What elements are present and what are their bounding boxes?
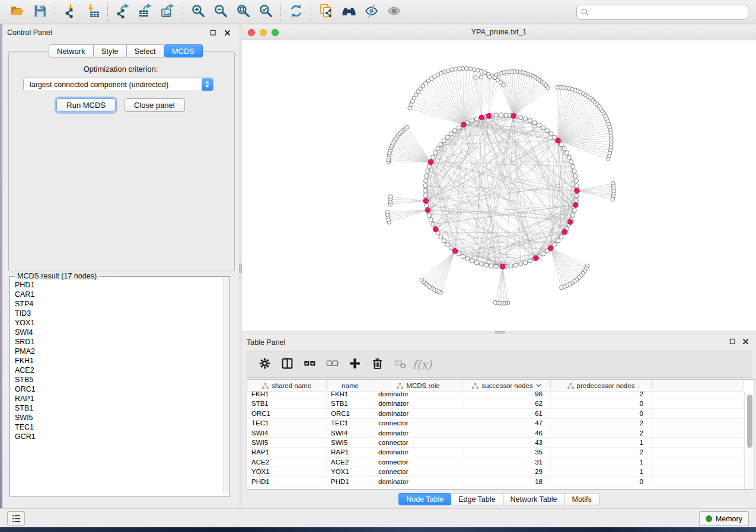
- table-cell[interactable]: STB1: [327, 399, 374, 409]
- window-minimize-icon[interactable]: [260, 29, 267, 36]
- table-cell[interactable]: SWI4: [247, 428, 327, 438]
- tab-node-table[interactable]: Node Table: [398, 493, 451, 505]
- show-all-button[interactable]: [382, 2, 405, 22]
- tab-motifs[interactable]: Motifs: [564, 493, 599, 505]
- window-close-icon[interactable]: [248, 29, 255, 36]
- table-cell[interactable]: 1: [551, 438, 652, 447]
- mcds-result-item[interactable]: RAP1: [15, 394, 222, 403]
- close-panel-icon[interactable]: [223, 28, 232, 37]
- zoom-fit-button[interactable]: [232, 2, 254, 22]
- zoom-in-button[interactable]: [187, 2, 209, 22]
- table-cell[interactable]: PHD1: [247, 477, 327, 486]
- tab-select[interactable]: Select: [127, 44, 164, 57]
- deselect-all-button[interactable]: [322, 354, 342, 375]
- mcds-result-item[interactable]: STB1: [15, 403, 222, 413]
- table-settings-button[interactable]: [254, 354, 275, 375]
- table-cell[interactable]: dominator: [374, 409, 463, 418]
- table-cell[interactable]: RAP1: [247, 448, 327, 457]
- export-network-button[interactable]: [111, 2, 134, 22]
- table-cell[interactable]: 2: [551, 389, 652, 399]
- table-cell[interactable]: 0: [551, 477, 652, 486]
- table-cell[interactable]: 0: [551, 409, 652, 418]
- table-cell[interactable]: dominator: [374, 448, 463, 457]
- mcds-result-item[interactable]: PMA2: [15, 347, 222, 356]
- mcds-result-item[interactable]: TID3: [15, 309, 222, 318]
- search-objects-button[interactable]: [337, 2, 360, 22]
- table-cell[interactable]: 31: [463, 457, 551, 467]
- table-cell[interactable]: PHD1: [327, 477, 374, 486]
- share-document-button[interactable]: [315, 2, 337, 22]
- table-cell[interactable]: 1: [551, 457, 652, 467]
- table-cell[interactable]: 1: [551, 467, 652, 477]
- zoom-out-button[interactable]: [209, 2, 232, 22]
- zoom-selected-button[interactable]: [254, 2, 277, 22]
- mcds-result-item[interactable]: STB5: [15, 375, 222, 384]
- table-cell[interactable]: 2: [551, 448, 652, 457]
- search-input[interactable]: [592, 7, 744, 18]
- import-network-button[interactable]: [59, 2, 81, 22]
- table-cell[interactable]: SWI5: [247, 438, 327, 447]
- table-cell[interactable]: dominator: [374, 477, 463, 486]
- tab-network-table[interactable]: Network Table: [503, 493, 565, 505]
- table-cell[interactable]: connector: [374, 438, 463, 447]
- table-cell[interactable]: 29: [463, 467, 551, 477]
- optimization-criterion-dropdown[interactable]: largest connected component (undirected): [23, 78, 214, 91]
- table-cell[interactable]: YOX1: [327, 467, 374, 477]
- table-cell[interactable]: TEC1: [327, 419, 374, 428]
- table-cell[interactable]: ACE2: [247, 457, 327, 467]
- mcds-result-item[interactable]: STP4: [15, 299, 222, 309]
- table-cell[interactable]: dominator: [374, 399, 463, 409]
- table-cell[interactable]: ORC1: [247, 409, 327, 418]
- network-canvas[interactable]: [242, 40, 756, 331]
- delete-column-button[interactable]: [367, 354, 387, 375]
- mcds-result-item[interactable]: SWI4: [15, 328, 222, 337]
- table-cell[interactable]: FKH1: [247, 389, 327, 399]
- table-cell[interactable]: YOX1: [247, 467, 327, 477]
- table-cell[interactable]: 61: [463, 409, 551, 418]
- mcds-result-item[interactable]: TEC1: [15, 422, 222, 432]
- mcds-list-scrollbar[interactable]: [223, 277, 229, 493]
- table-cell[interactable]: dominator: [374, 389, 463, 399]
- mcds-result-item[interactable]: FKH1: [15, 356, 222, 366]
- table-cell[interactable]: TEC1: [247, 419, 327, 428]
- mcds-result-item[interactable]: ORC1: [15, 384, 222, 394]
- mcds-result-item[interactable]: CAR1: [15, 290, 222, 299]
- table-cell[interactable]: 46: [463, 428, 551, 438]
- table-cell[interactable]: 0: [551, 399, 652, 409]
- close-panel-button[interactable]: Close panel: [124, 98, 185, 112]
- table-cell[interactable]: FKH1: [327, 389, 374, 399]
- table-cell[interactable]: SWI4: [327, 428, 374, 438]
- table-cell[interactable]: connector: [374, 419, 463, 428]
- table-cell[interactable]: 96: [463, 389, 551, 399]
- mcds-result-item[interactable]: PHD1: [15, 280, 222, 290]
- import-table-button[interactable]: [81, 2, 104, 22]
- mcds-result-item[interactable]: YOX1: [15, 318, 222, 328]
- tab-style[interactable]: Style: [94, 44, 127, 57]
- mcds-result-item[interactable]: SWI5: [15, 413, 222, 422]
- save-session-button[interactable]: [28, 2, 51, 22]
- table-cell[interactable]: dominator: [374, 428, 463, 438]
- open-file-button[interactable]: [6, 2, 28, 22]
- mcds-result-item[interactable]: GCR1: [15, 432, 222, 441]
- table-cell[interactable]: 2: [551, 419, 652, 428]
- table-cell[interactable]: 35: [463, 448, 551, 457]
- table-cell[interactable]: STB1: [247, 399, 327, 409]
- float-panel-icon[interactable]: [209, 28, 218, 37]
- tab-mcds[interactable]: MCDS: [164, 44, 203, 57]
- table-cell[interactable]: ACE2: [327, 457, 374, 467]
- task-history-button[interactable]: [7, 511, 25, 525]
- tab-network[interactable]: Network: [49, 44, 94, 57]
- mcds-result-item[interactable]: SRD1: [15, 337, 222, 347]
- table-cell[interactable]: ORC1: [327, 409, 374, 418]
- table-scrollbar-thumb[interactable]: [747, 395, 752, 448]
- table-cell[interactable]: 47: [463, 419, 551, 428]
- table-cell[interactable]: 18: [463, 477, 551, 486]
- table-cell[interactable]: 43: [463, 438, 551, 447]
- table-cell[interactable]: 62: [463, 399, 551, 409]
- window-maximize-icon[interactable]: [272, 29, 279, 36]
- show-column-button[interactable]: [277, 354, 297, 375]
- table-cell[interactable]: 2: [551, 428, 652, 438]
- refresh-button[interactable]: [285, 2, 307, 22]
- select-all-button[interactable]: [299, 354, 320, 375]
- close-panel-icon[interactable]: [741, 337, 750, 346]
